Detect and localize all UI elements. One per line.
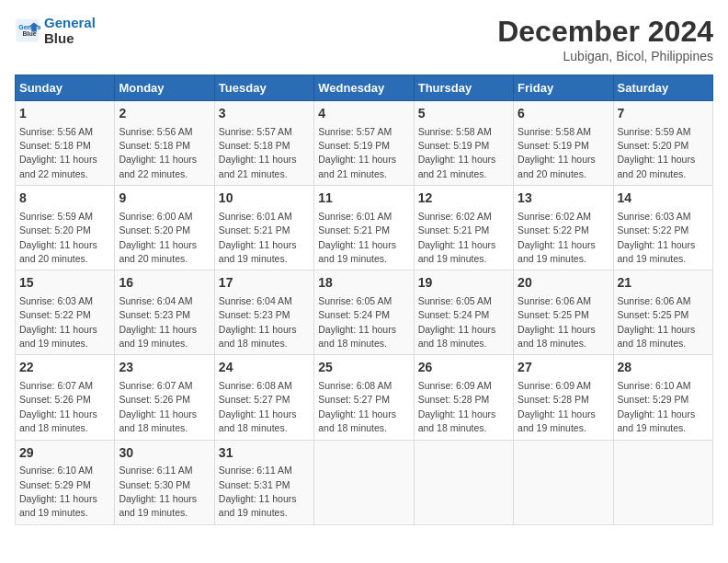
table-row: 4Sunrise: 5:57 AM Sunset: 5:19 PM Daylig… [314,101,414,186]
table-row: 20Sunrise: 6:06 AM Sunset: 5:25 PM Dayli… [514,270,613,355]
month-year: December 2024 [497,15,713,49]
logo: General Blue General Blue [15,15,96,46]
location: Lubigan, Bicol, Philippines [497,49,713,63]
page-header: General Blue General Blue December 2024 … [15,15,713,63]
calendar-week-0: 1Sunrise: 5:56 AM Sunset: 5:18 PM Daylig… [16,101,713,186]
table-row: 23Sunrise: 6:07 AM Sunset: 5:26 PM Dayli… [115,355,214,440]
table-row: 9Sunrise: 6:00 AM Sunset: 5:20 PM Daylig… [115,186,214,270]
table-row [514,440,613,524]
table-row [414,440,513,524]
header-friday: Friday [514,75,613,101]
table-row: 19Sunrise: 6:05 AM Sunset: 5:24 PM Dayli… [414,270,513,355]
table-row: 29Sunrise: 6:10 AM Sunset: 5:29 PM Dayli… [16,440,115,524]
table-row: 3Sunrise: 5:57 AM Sunset: 5:18 PM Daylig… [214,101,313,186]
calendar-week-2: 15Sunrise: 6:03 AM Sunset: 5:22 PM Dayli… [16,270,713,355]
table-row [314,440,414,524]
table-row: 25Sunrise: 6:08 AM Sunset: 5:27 PM Dayli… [314,355,414,440]
calendar-week-1: 8Sunrise: 5:59 AM Sunset: 5:20 PM Daylig… [16,186,713,270]
calendar-week-3: 22Sunrise: 6:07 AM Sunset: 5:26 PM Dayli… [16,355,713,440]
svg-text:General: General [18,24,40,30]
table-row: 18Sunrise: 6:05 AM Sunset: 5:24 PM Dayli… [314,270,414,355]
table-row: 13Sunrise: 6:02 AM Sunset: 5:22 PM Dayli… [514,186,613,270]
table-row: 17Sunrise: 6:04 AM Sunset: 5:23 PM Dayli… [214,270,313,355]
title-block: December 2024 Lubigan, Bicol, Philippine… [497,15,713,63]
header-monday: Monday [115,75,214,101]
table-row: 27Sunrise: 6:09 AM Sunset: 5:28 PM Dayli… [514,355,613,440]
table-row: 30Sunrise: 6:11 AM Sunset: 5:30 PM Dayli… [115,440,214,524]
table-row: 26Sunrise: 6:09 AM Sunset: 5:28 PM Dayli… [414,355,513,440]
table-row: 11Sunrise: 6:01 AM Sunset: 5:21 PM Dayli… [314,186,414,270]
table-row: 16Sunrise: 6:04 AM Sunset: 5:23 PM Dayli… [115,270,214,355]
table-row: 5Sunrise: 5:58 AM Sunset: 5:19 PM Daylig… [414,101,513,186]
table-row: 7Sunrise: 5:59 AM Sunset: 5:20 PM Daylig… [613,101,712,186]
header-wednesday: Wednesday [314,75,414,101]
table-row: 2Sunrise: 5:56 AM Sunset: 5:18 PM Daylig… [115,101,214,186]
table-row: 1Sunrise: 5:56 AM Sunset: 5:18 PM Daylig… [16,101,115,186]
table-row: 21Sunrise: 6:06 AM Sunset: 5:25 PM Dayli… [613,270,712,355]
table-row: 31Sunrise: 6:11 AM Sunset: 5:31 PM Dayli… [214,440,313,524]
header-thursday: Thursday [414,75,513,101]
table-row: 15Sunrise: 6:03 AM Sunset: 5:22 PM Dayli… [16,270,115,355]
table-row: 6Sunrise: 5:58 AM Sunset: 5:19 PM Daylig… [514,101,613,186]
table-row: 28Sunrise: 6:10 AM Sunset: 5:29 PM Dayli… [613,355,712,440]
table-row: 10Sunrise: 6:01 AM Sunset: 5:21 PM Dayli… [214,186,313,270]
calendar-table: Sunday Monday Tuesday Wednesday Thursday… [15,75,713,525]
header-saturday: Saturday [613,75,712,101]
table-row: 12Sunrise: 6:02 AM Sunset: 5:21 PM Dayli… [414,186,513,270]
calendar-week-4: 29Sunrise: 6:10 AM Sunset: 5:29 PM Dayli… [16,440,713,524]
header-sunday: Sunday [16,75,115,101]
table-row: 24Sunrise: 6:08 AM Sunset: 5:27 PM Dayli… [214,355,313,440]
logo-text: General Blue [44,15,96,46]
logo-icon: General Blue [15,17,40,43]
calendar-header-row: Sunday Monday Tuesday Wednesday Thursday… [16,75,713,101]
header-tuesday: Tuesday [214,75,313,101]
table-row: 22Sunrise: 6:07 AM Sunset: 5:26 PM Dayli… [16,355,115,440]
table-row [613,440,712,524]
table-row: 14Sunrise: 6:03 AM Sunset: 5:22 PM Dayli… [613,186,712,270]
table-row: 8Sunrise: 5:59 AM Sunset: 5:20 PM Daylig… [16,186,115,270]
